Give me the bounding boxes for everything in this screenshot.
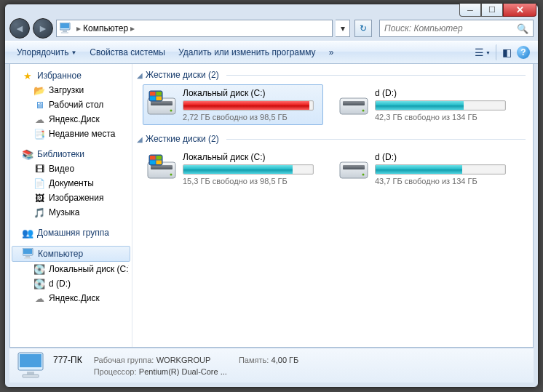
- sidebar-item-yandex-disk[interactable]: ☁Яндекс.Диск: [10, 112, 132, 127]
- drive-group-header[interactable]: ◢Жесткие диски (2): [137, 70, 526, 80]
- picture-icon: 🖼: [33, 192, 45, 204]
- uninstall-change-program-button[interactable]: Удалить или изменить программу: [173, 44, 322, 60]
- nav-row: ◄ ► ▸ Компьютер ▸ ▾ ↻ 🔍: [5, 16, 538, 41]
- collapse-icon: ◢: [137, 135, 143, 143]
- details-memory-label: Память:: [239, 356, 269, 364]
- drive-group-header[interactable]: ◢Жесткие диски (2): [137, 134, 526, 144]
- forward-button[interactable]: ►: [33, 18, 53, 39]
- star-icon: ★: [22, 70, 33, 81]
- drive-tile[interactable]: Локальный диск (C:) 2,72 ГБ свободно из …: [143, 84, 323, 125]
- computer-label: Компьютер: [38, 249, 83, 259]
- drive-icon: 💽: [33, 278, 45, 289]
- hard-drive-icon: [146, 152, 177, 181]
- breadcrumb-root[interactable]: Компьютер: [83, 23, 128, 33]
- drive-icon: 💽: [33, 263, 45, 275]
- drive-name: d (D:): [375, 88, 512, 98]
- cloud-icon: ☁: [33, 292, 45, 304]
- drive-tile[interactable]: d (D:) 42,3 ГБ свободно из 134 ГБ: [335, 84, 515, 125]
- sidebar-item-desktop[interactable]: 🖥Рабочий стол: [10, 97, 132, 112]
- sidebar-item-label: Музыка: [49, 207, 79, 217]
- refresh-button[interactable]: ↻: [354, 20, 372, 37]
- sidebar-item-label: Изображения: [49, 193, 103, 203]
- address-bar[interactable]: ▸ Компьютер ▸: [56, 20, 333, 37]
- details-workgroup: WORKGROUP: [156, 356, 211, 364]
- capacity-bar: [375, 164, 506, 175]
- computer-group: Компьютер 💽Локальный диск (C:) 💽d (D:) ☁…: [10, 246, 132, 305]
- collapse-icon: ◢: [137, 71, 143, 79]
- back-button[interactable]: ◄: [9, 18, 30, 39]
- details-memory: 4,00 ГБ: [272, 356, 299, 364]
- sidebar-item-label: Рабочий стол: [49, 100, 103, 110]
- close-button[interactable]: ✕: [503, 4, 536, 17]
- libraries-header[interactable]: 📚 Библиотеки: [10, 147, 132, 161]
- sidebar-item-videos[interactable]: 🎞Видео: [10, 161, 132, 176]
- homegroup-icon: 👥: [22, 227, 33, 239]
- favorites-header[interactable]: ★ Избранное: [10, 68, 132, 83]
- favorites-label: Избранное: [37, 71, 82, 81]
- explorer-window: ─ ☐ ✕ ◄ ► ▸ Компьютер ▸ ▾ ↻ 🔍 Упорядочит…: [4, 4, 539, 388]
- desktop-icon: 🖥: [33, 99, 45, 111]
- video-icon: 🎞: [33, 163, 45, 175]
- search-box[interactable]: 🔍: [379, 20, 534, 37]
- sidebar-item-documents[interactable]: 📄Документы: [10, 176, 132, 191]
- sidebar-item-local-disk-c[interactable]: 💽Локальный диск (C:): [10, 262, 132, 276]
- recent-icon: 📑: [33, 128, 45, 140]
- breadcrumb-sep-icon: ▸: [74, 23, 83, 33]
- computer-header[interactable]: Компьютер: [12, 246, 130, 262]
- organize-button[interactable]: Упорядочить▼: [11, 44, 82, 60]
- drive-tile[interactable]: d (D:) 43,7 ГБ свободно из 134 ГБ: [335, 148, 515, 189]
- sidebar-item-disk-d[interactable]: 💽d (D:): [10, 276, 132, 291]
- address-dropdown[interactable]: ▾: [336, 20, 350, 37]
- sidebar-item-downloads[interactable]: 📂Загрузки: [10, 83, 132, 97]
- drive-free-text: 42,3 ГБ свободно из 134 ГБ: [375, 113, 512, 121]
- details-cpu-label: Процессор:: [94, 367, 137, 376]
- libraries-icon: 📚: [22, 148, 33, 160]
- sidebar-item-label: Видео: [49, 164, 74, 174]
- drive-free-text: 43,7 ГБ свободно из 134 ГБ: [375, 177, 512, 185]
- computer-icon: [17, 351, 46, 380]
- maximize-button[interactable]: ☐: [481, 4, 503, 17]
- system-properties-button[interactable]: Свойства системы: [84, 44, 171, 60]
- cloud-icon: ☁: [33, 113, 45, 125]
- hard-drive-icon: [338, 88, 369, 117]
- toolbar-overflow[interactable]: »: [323, 44, 340, 60]
- drive-name: Локальный диск (C:): [183, 88, 320, 98]
- titlebar: ─ ☐ ✕: [5, 4, 538, 16]
- homegroup-header[interactable]: 👥 Домашняя группа: [10, 225, 132, 240]
- drive-tile[interactable]: Локальный диск (C:) 15,3 ГБ свободно из …: [143, 148, 323, 189]
- sidebar-item-label: Яндекс.Диск: [49, 114, 100, 124]
- computer-icon: [60, 23, 71, 34]
- change-view-button[interactable]: ☰▼: [474, 44, 491, 60]
- preview-pane-button[interactable]: ◧: [496, 44, 513, 60]
- capacity-bar: [183, 164, 314, 175]
- search-icon[interactable]: 🔍: [517, 23, 528, 34]
- homegroup-group: 👥 Домашняя группа: [10, 225, 132, 240]
- computer-icon: [23, 248, 34, 260]
- minimize-button[interactable]: ─: [459, 4, 481, 17]
- capacity-bar: [375, 100, 506, 111]
- music-icon: 🎵: [33, 207, 45, 218]
- hard-drive-icon: [146, 88, 177, 117]
- details-workgroup-label: Рабочая группа:: [94, 356, 154, 364]
- content-pane: ◢Жесткие диски (2) Локальный диск (C:) 2…: [132, 64, 533, 347]
- details-computer-name: 777-ПК: [53, 355, 82, 365]
- navigation-pane: ★ Избранное 📂Загрузки 🖥Рабочий стол ☁Янд…: [10, 64, 132, 347]
- sidebar-item-label: d (D:): [49, 279, 71, 289]
- sidebar-item-music[interactable]: 🎵Музыка: [10, 205, 132, 220]
- libraries-group: 📚 Библиотеки 🎞Видео 📄Документы 🖼Изображе…: [10, 147, 132, 220]
- help-icon: ?: [517, 46, 530, 59]
- search-input[interactable]: [384, 23, 517, 33]
- drive-free-text: 15,3 ГБ свободно из 98,5 ГБ: [183, 177, 320, 185]
- details-cpu: Pentium(R) Dual-Core ...: [139, 367, 227, 376]
- sidebar-item-label: Локальный диск (C:): [49, 264, 129, 274]
- capacity-bar: [183, 100, 314, 111]
- sidebar-item-pictures[interactable]: 🖼Изображения: [10, 191, 132, 205]
- sidebar-item-label: Яндекс.Диск: [49, 293, 100, 303]
- folder-icon: 📂: [33, 84, 45, 96]
- sidebar-item-recent[interactable]: 📑Недавние места: [10, 127, 132, 141]
- sidebar-item-label: Документы: [49, 178, 94, 188]
- drive-name: Локальный диск (C:): [183, 152, 320, 162]
- help-button[interactable]: ?: [515, 44, 532, 60]
- sidebar-item-label: Загрузки: [49, 85, 84, 95]
- sidebar-item-yandex-disk-drive[interactable]: ☁Яндекс.Диск: [10, 291, 132, 305]
